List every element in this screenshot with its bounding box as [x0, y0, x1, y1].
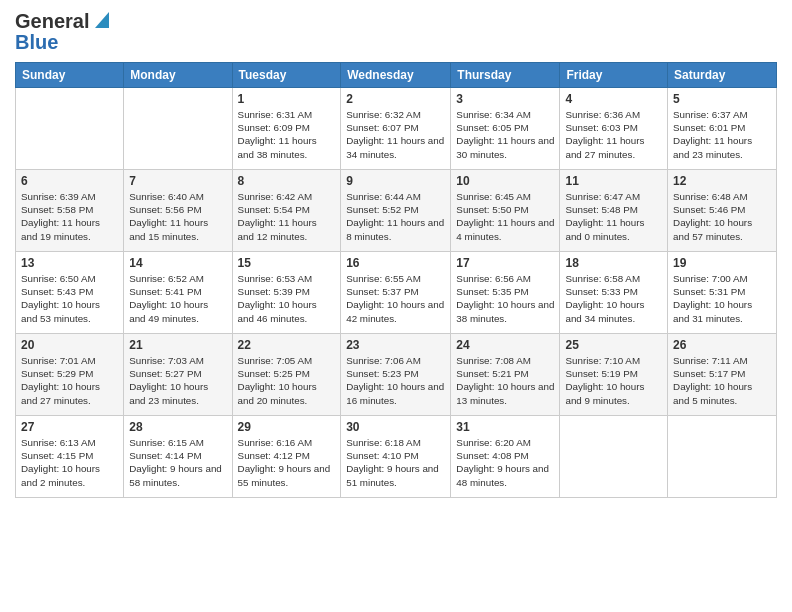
calendar-cell: [124, 88, 232, 170]
day-number: 21: [129, 338, 226, 352]
day-info: Sunrise: 6:47 AM Sunset: 5:48 PM Dayligh…: [565, 190, 662, 243]
day-info: Sunrise: 6:52 AM Sunset: 5:41 PM Dayligh…: [129, 272, 226, 325]
day-info: Sunrise: 6:20 AM Sunset: 4:08 PM Dayligh…: [456, 436, 554, 489]
day-number: 18: [565, 256, 662, 270]
day-info: Sunrise: 6:13 AM Sunset: 4:15 PM Dayligh…: [21, 436, 118, 489]
day-number: 17: [456, 256, 554, 270]
calendar-cell: 20Sunrise: 7:01 AM Sunset: 5:29 PM Dayli…: [16, 334, 124, 416]
day-info: Sunrise: 6:58 AM Sunset: 5:33 PM Dayligh…: [565, 272, 662, 325]
calendar-cell: 6Sunrise: 6:39 AM Sunset: 5:58 PM Daylig…: [16, 170, 124, 252]
calendar-cell: 2Sunrise: 6:32 AM Sunset: 6:07 PM Daylig…: [341, 88, 451, 170]
calendar-week-row: 6Sunrise: 6:39 AM Sunset: 5:58 PM Daylig…: [16, 170, 777, 252]
calendar-cell: 23Sunrise: 7:06 AM Sunset: 5:23 PM Dayli…: [341, 334, 451, 416]
calendar-cell: 21Sunrise: 7:03 AM Sunset: 5:27 PM Dayli…: [124, 334, 232, 416]
calendar-cell: 25Sunrise: 7:10 AM Sunset: 5:19 PM Dayli…: [560, 334, 668, 416]
day-info: Sunrise: 6:56 AM Sunset: 5:35 PM Dayligh…: [456, 272, 554, 325]
day-number: 14: [129, 256, 226, 270]
calendar-week-row: 13Sunrise: 6:50 AM Sunset: 5:43 PM Dayli…: [16, 252, 777, 334]
day-info: Sunrise: 7:06 AM Sunset: 5:23 PM Dayligh…: [346, 354, 445, 407]
day-number: 29: [238, 420, 336, 434]
calendar-cell: 11Sunrise: 6:47 AM Sunset: 5:48 PM Dayli…: [560, 170, 668, 252]
page: General Blue SundayMondayTuesdayWednesda…: [0, 0, 792, 508]
weekday-header-wednesday: Wednesday: [341, 63, 451, 88]
calendar-cell: 16Sunrise: 6:55 AM Sunset: 5:37 PM Dayli…: [341, 252, 451, 334]
weekday-header-saturday: Saturday: [668, 63, 777, 88]
weekday-header-monday: Monday: [124, 63, 232, 88]
day-info: Sunrise: 7:00 AM Sunset: 5:31 PM Dayligh…: [673, 272, 771, 325]
calendar-table: SundayMondayTuesdayWednesdayThursdayFrid…: [15, 62, 777, 498]
day-info: Sunrise: 7:08 AM Sunset: 5:21 PM Dayligh…: [456, 354, 554, 407]
calendar-cell: 28Sunrise: 6:15 AM Sunset: 4:14 PM Dayli…: [124, 416, 232, 498]
calendar-cell: 18Sunrise: 6:58 AM Sunset: 5:33 PM Dayli…: [560, 252, 668, 334]
calendar-cell: 15Sunrise: 6:53 AM Sunset: 5:39 PM Dayli…: [232, 252, 341, 334]
day-info: Sunrise: 6:39 AM Sunset: 5:58 PM Dayligh…: [21, 190, 118, 243]
day-number: 30: [346, 420, 445, 434]
day-number: 4: [565, 92, 662, 106]
weekday-header-sunday: Sunday: [16, 63, 124, 88]
calendar-cell: [16, 88, 124, 170]
day-info: Sunrise: 6:34 AM Sunset: 6:05 PM Dayligh…: [456, 108, 554, 161]
day-number: 13: [21, 256, 118, 270]
day-info: Sunrise: 7:03 AM Sunset: 5:27 PM Dayligh…: [129, 354, 226, 407]
day-number: 6: [21, 174, 118, 188]
day-number: 1: [238, 92, 336, 106]
calendar-cell: 8Sunrise: 6:42 AM Sunset: 5:54 PM Daylig…: [232, 170, 341, 252]
day-number: 16: [346, 256, 445, 270]
calendar-cell: 19Sunrise: 7:00 AM Sunset: 5:31 PM Dayli…: [668, 252, 777, 334]
weekday-header-tuesday: Tuesday: [232, 63, 341, 88]
calendar-cell: 27Sunrise: 6:13 AM Sunset: 4:15 PM Dayli…: [16, 416, 124, 498]
day-info: Sunrise: 6:44 AM Sunset: 5:52 PM Dayligh…: [346, 190, 445, 243]
weekday-header-thursday: Thursday: [451, 63, 560, 88]
day-number: 10: [456, 174, 554, 188]
day-number: 28: [129, 420, 226, 434]
calendar-cell: 9Sunrise: 6:44 AM Sunset: 5:52 PM Daylig…: [341, 170, 451, 252]
calendar-cell: 17Sunrise: 6:56 AM Sunset: 5:35 PM Dayli…: [451, 252, 560, 334]
calendar-cell: 10Sunrise: 6:45 AM Sunset: 5:50 PM Dayli…: [451, 170, 560, 252]
day-number: 19: [673, 256, 771, 270]
day-info: Sunrise: 6:18 AM Sunset: 4:10 PM Dayligh…: [346, 436, 445, 489]
day-number: 25: [565, 338, 662, 352]
calendar-week-row: 27Sunrise: 6:13 AM Sunset: 4:15 PM Dayli…: [16, 416, 777, 498]
day-info: Sunrise: 6:16 AM Sunset: 4:12 PM Dayligh…: [238, 436, 336, 489]
day-info: Sunrise: 6:55 AM Sunset: 5:37 PM Dayligh…: [346, 272, 445, 325]
calendar-cell: 4Sunrise: 6:36 AM Sunset: 6:03 PM Daylig…: [560, 88, 668, 170]
header: General Blue: [15, 10, 777, 54]
calendar-cell: 29Sunrise: 6:16 AM Sunset: 4:12 PM Dayli…: [232, 416, 341, 498]
svg-marker-0: [95, 12, 109, 28]
day-number: 8: [238, 174, 336, 188]
day-number: 12: [673, 174, 771, 188]
calendar-cell: 22Sunrise: 7:05 AM Sunset: 5:25 PM Dayli…: [232, 334, 341, 416]
weekday-header-row: SundayMondayTuesdayWednesdayThursdayFrid…: [16, 63, 777, 88]
day-number: 22: [238, 338, 336, 352]
day-number: 15: [238, 256, 336, 270]
day-info: Sunrise: 7:10 AM Sunset: 5:19 PM Dayligh…: [565, 354, 662, 407]
calendar-cell: 5Sunrise: 6:37 AM Sunset: 6:01 PM Daylig…: [668, 88, 777, 170]
day-info: Sunrise: 6:37 AM Sunset: 6:01 PM Dayligh…: [673, 108, 771, 161]
day-info: Sunrise: 6:32 AM Sunset: 6:07 PM Dayligh…: [346, 108, 445, 161]
day-info: Sunrise: 6:50 AM Sunset: 5:43 PM Dayligh…: [21, 272, 118, 325]
day-number: 11: [565, 174, 662, 188]
day-number: 9: [346, 174, 445, 188]
day-info: Sunrise: 6:45 AM Sunset: 5:50 PM Dayligh…: [456, 190, 554, 243]
calendar-cell: 7Sunrise: 6:40 AM Sunset: 5:56 PM Daylig…: [124, 170, 232, 252]
logo-general: General: [15, 10, 89, 33]
day-info: Sunrise: 7:05 AM Sunset: 5:25 PM Dayligh…: [238, 354, 336, 407]
logo-blue: Blue: [15, 31, 58, 54]
day-number: 3: [456, 92, 554, 106]
day-number: 24: [456, 338, 554, 352]
calendar-cell: [560, 416, 668, 498]
calendar-cell: 30Sunrise: 6:18 AM Sunset: 4:10 PM Dayli…: [341, 416, 451, 498]
day-info: Sunrise: 6:42 AM Sunset: 5:54 PM Dayligh…: [238, 190, 336, 243]
calendar-cell: [668, 416, 777, 498]
day-info: Sunrise: 7:01 AM Sunset: 5:29 PM Dayligh…: [21, 354, 118, 407]
logo-triangle-icon: [91, 12, 109, 30]
calendar-cell: 3Sunrise: 6:34 AM Sunset: 6:05 PM Daylig…: [451, 88, 560, 170]
calendar-week-row: 1Sunrise: 6:31 AM Sunset: 6:09 PM Daylig…: [16, 88, 777, 170]
calendar-cell: 24Sunrise: 7:08 AM Sunset: 5:21 PM Dayli…: [451, 334, 560, 416]
day-info: Sunrise: 7:11 AM Sunset: 5:17 PM Dayligh…: [673, 354, 771, 407]
calendar-cell: 12Sunrise: 6:48 AM Sunset: 5:46 PM Dayli…: [668, 170, 777, 252]
day-info: Sunrise: 6:40 AM Sunset: 5:56 PM Dayligh…: [129, 190, 226, 243]
calendar-cell: 13Sunrise: 6:50 AM Sunset: 5:43 PM Dayli…: [16, 252, 124, 334]
day-info: Sunrise: 6:15 AM Sunset: 4:14 PM Dayligh…: [129, 436, 226, 489]
day-number: 2: [346, 92, 445, 106]
